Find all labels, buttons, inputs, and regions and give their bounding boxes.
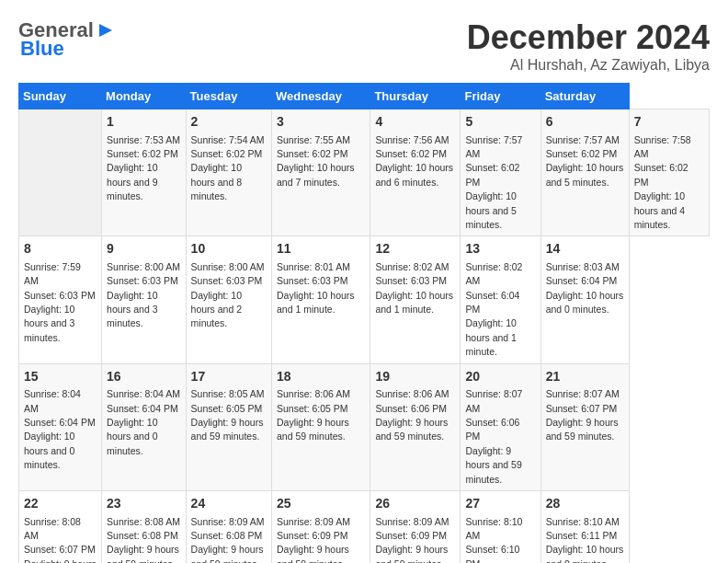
cell-sunset: Sunset: 6:02 PM	[277, 148, 348, 159]
calendar-cell: 25Sunrise: 8:09 AMSunset: 6:09 PMDayligh…	[271, 490, 370, 563]
cell-sunrise: Sunrise: 8:01 AM	[277, 261, 350, 272]
cell-sunset: Sunset: 6:04 PM	[107, 403, 178, 414]
cell-sunrise: Sunrise: 8:09 AM	[375, 516, 449, 527]
day-number: 5	[465, 113, 535, 132]
day-number: 7	[634, 113, 704, 132]
cell-sunset: Sunset: 6:08 PM	[107, 530, 178, 541]
cell-sunrise: Sunrise: 8:08 AM	[24, 516, 81, 541]
cell-daylight: Daylight: 10 hours and 7 minutes.	[277, 162, 355, 187]
day-number: 8	[24, 240, 97, 259]
day-number: 3	[277, 113, 365, 132]
cell-sunrise: Sunrise: 8:07 AM	[546, 388, 620, 399]
svg-marker-0	[99, 24, 112, 37]
calendar-cell: 5Sunrise: 7:57 AMSunset: 6:02 PMDaylight…	[461, 109, 540, 236]
cell-daylight: Daylight: 9 hours and 59 minutes.	[24, 558, 97, 563]
calendar-cell: 14Sunrise: 8:03 AMSunset: 6:04 PMDayligh…	[540, 236, 629, 363]
page-subtitle: Al Hurshah, Az Zawiyah, Libya	[467, 57, 710, 74]
cell-daylight: Daylight: 9 hours and 59 minutes.	[546, 417, 619, 442]
day-number: 23	[107, 495, 181, 513]
calendar-cell: 16Sunrise: 8:04 AMSunset: 6:04 PMDayligh…	[102, 363, 187, 490]
cell-sunrise: Sunrise: 7:57 AM	[465, 134, 522, 159]
cell-sunrise: Sunrise: 8:00 AM	[191, 261, 265, 272]
cell-sunset: Sunset: 6:05 PM	[277, 403, 348, 414]
cell-sunset: Sunset: 6:04 PM	[546, 275, 618, 286]
day-number: 24	[191, 495, 267, 513]
cell-sunset: Sunset: 6:04 PM	[465, 290, 519, 315]
calendar-cell: 20Sunrise: 8:07 AMSunset: 6:06 PMDayligh…	[461, 363, 540, 490]
cell-daylight: Daylight: 10 hours and 4 minutes.	[634, 190, 685, 230]
calendar-cell: 22Sunrise: 8:08 AMSunset: 6:07 PMDayligh…	[19, 490, 102, 563]
calendar-cell: 17Sunrise: 8:05 AMSunset: 6:05 PMDayligh…	[186, 363, 271, 490]
page-header: General Blue December 2024 Al Hurshah, A…	[18, 18, 710, 74]
column-header-wednesday: Wednesday	[271, 84, 370, 109]
cell-daylight: Daylight: 10 hours and 5 minutes.	[465, 190, 516, 230]
logo-arrow-icon	[96, 20, 116, 40]
cell-sunset: Sunset: 6:02 PM	[107, 148, 178, 159]
cell-sunset: Sunset: 6:02 PM	[634, 162, 688, 187]
cell-sunrise: Sunrise: 8:09 AM	[191, 516, 265, 527]
calendar-cell: 9Sunrise: 8:00 AMSunset: 6:03 PMDaylight…	[102, 236, 187, 363]
day-number: 13	[465, 240, 535, 259]
cell-sunset: Sunset: 6:06 PM	[375, 403, 447, 414]
cell-daylight: Daylight: 9 hours and 59 minutes.	[375, 417, 448, 442]
day-number: 6	[546, 113, 624, 132]
cell-daylight: Daylight: 10 hours and 0 minutes.	[546, 290, 624, 315]
cell-daylight: Daylight: 10 hours and 0 minutes.	[24, 431, 74, 470]
cell-sunrise: Sunrise: 7:58 AM	[634, 134, 691, 159]
calendar-cell: 12Sunrise: 8:02 AMSunset: 6:03 PMDayligh…	[370, 236, 461, 363]
cell-daylight: Daylight: 9 hours and 59 minutes.	[107, 544, 179, 563]
day-number: 9	[107, 240, 181, 259]
cell-sunset: Sunset: 6:09 PM	[277, 530, 348, 541]
cell-sunrise: Sunrise: 8:04 AM	[107, 388, 180, 399]
day-number: 16	[107, 368, 181, 386]
cell-daylight: Daylight: 9 hours and 59 minutes.	[191, 544, 264, 563]
calendar-week-row: 8Sunrise: 7:59 AMSunset: 6:03 PMDaylight…	[19, 236, 710, 363]
calendar-cell: 18Sunrise: 8:06 AMSunset: 6:05 PMDayligh…	[271, 363, 370, 490]
calendar-cell: 3Sunrise: 7:55 AMSunset: 6:02 PMDaylight…	[271, 109, 370, 236]
cell-sunset: Sunset: 6:02 PM	[375, 148, 447, 159]
cell-daylight: Daylight: 10 hours and 8 minutes.	[191, 162, 242, 201]
cell-sunset: Sunset: 6:04 PM	[24, 417, 96, 428]
day-number: 27	[465, 495, 535, 513]
cell-sunrise: Sunrise: 8:03 AM	[546, 261, 620, 272]
cell-sunset: Sunset: 6:05 PM	[191, 403, 263, 414]
cell-sunrise: Sunrise: 8:04 AM	[24, 388, 81, 413]
cell-sunrise: Sunrise: 8:02 AM	[375, 261, 449, 272]
title-block: December 2024 Al Hurshah, Az Zawiyah, Li…	[467, 18, 710, 74]
cell-sunset: Sunset: 6:03 PM	[375, 275, 447, 286]
calendar-cell: 24Sunrise: 8:09 AMSunset: 6:08 PMDayligh…	[186, 490, 271, 563]
cell-sunset: Sunset: 6:03 PM	[24, 290, 96, 301]
calendar-cell	[19, 109, 102, 236]
cell-daylight: Daylight: 9 hours and 59 minutes.	[277, 417, 349, 442]
cell-daylight: Daylight: 10 hours and 0 minutes.	[546, 544, 624, 563]
calendar-cell: 8Sunrise: 7:59 AMSunset: 6:03 PMDaylight…	[19, 236, 102, 363]
day-number: 19	[375, 368, 455, 386]
cell-daylight: Daylight: 9 hours and 59 minutes.	[191, 417, 264, 442]
cell-daylight: Daylight: 10 hours and 9 minutes.	[107, 162, 157, 201]
calendar-cell: 6Sunrise: 7:57 AMSunset: 6:02 PMDaylight…	[540, 109, 629, 236]
cell-sunset: Sunset: 6:03 PM	[191, 275, 263, 286]
day-number: 1	[107, 113, 181, 132]
cell-daylight: Daylight: 10 hours and 1 minute.	[465, 317, 516, 357]
column-header-saturday: Saturday	[540, 84, 629, 109]
cell-sunset: Sunset: 6:02 PM	[546, 148, 618, 159]
calendar-cell: 2Sunrise: 7:54 AMSunset: 6:02 PMDaylight…	[186, 109, 271, 236]
cell-sunrise: Sunrise: 7:55 AM	[277, 134, 350, 145]
cell-sunrise: Sunrise: 8:05 AM	[191, 388, 265, 399]
cell-sunrise: Sunrise: 8:07 AM	[465, 388, 522, 413]
cell-daylight: Daylight: 9 hours and 59 minutes.	[465, 445, 521, 485]
cell-daylight: Daylight: 10 hours and 5 minutes.	[546, 162, 624, 187]
cell-daylight: Daylight: 10 hours and 3 minutes.	[107, 290, 157, 329]
cell-sunrise: Sunrise: 8:02 AM	[465, 261, 522, 286]
cell-sunset: Sunset: 6:07 PM	[24, 544, 96, 555]
cell-sunset: Sunset: 6:09 PM	[375, 530, 447, 541]
cell-daylight: Daylight: 10 hours and 2 minutes.	[191, 290, 242, 329]
cell-sunset: Sunset: 6:11 PM	[546, 530, 618, 541]
cell-sunset: Sunset: 6:08 PM	[191, 530, 263, 541]
cell-sunset: Sunset: 6:03 PM	[277, 275, 348, 286]
calendar-cell: 23Sunrise: 8:08 AMSunset: 6:08 PMDayligh…	[102, 490, 187, 563]
calendar-cell: 1Sunrise: 7:53 AMSunset: 6:02 PMDaylight…	[102, 109, 187, 236]
cell-sunset: Sunset: 6:10 PM	[465, 544, 519, 563]
cell-daylight: Daylight: 10 hours and 6 minutes.	[375, 162, 453, 187]
logo-blue-text: Blue	[20, 37, 64, 61]
